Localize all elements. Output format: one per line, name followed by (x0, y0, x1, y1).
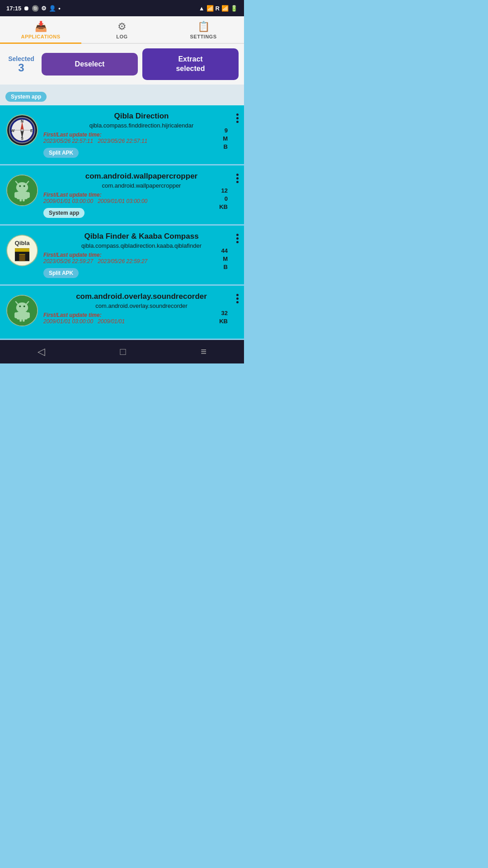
status-icon-4: 👤 (49, 5, 56, 12)
svg-rect-33 (17, 311, 28, 319)
status-time: 17:15 (6, 5, 21, 12)
app-update-label-4: First/Last update time: (43, 312, 239, 318)
app-size-2: 120KB (219, 187, 228, 212)
app-card-wallpaper-cropper: com.android.wallpapercropper com.android… (0, 165, 244, 226)
status-left: 17:15 ⏺ 🔘 ⚙ 👤 • (6, 5, 61, 12)
battery-icon: 🔋 (230, 5, 238, 12)
back-button[interactable]: ◁ (38, 346, 45, 358)
dot-7 (236, 234, 239, 236)
dot-12 (236, 301, 239, 303)
dot-3 (236, 121, 239, 123)
app-info-qibla-finder: Qibla Finder & Kaaba Compass qibla.compa… (43, 232, 239, 278)
dot-8 (236, 237, 239, 240)
app-info-soundrecorder: com.android.overlay.soundrecorder com.an… (43, 292, 239, 325)
svg-point-12 (19, 185, 21, 187)
dot-4 (236, 174, 239, 176)
menu-button[interactable]: ≡ (201, 346, 206, 358)
status-icon-3: ⚙ (41, 5, 47, 12)
svg-rect-18 (26, 192, 30, 198)
app-update-label-3: First/Last update time: (43, 252, 239, 258)
tab-settings[interactable]: 📋 SETTINGS (163, 16, 244, 43)
tab-applications[interactable]: 📥 APPLICATIONS (0, 16, 81, 43)
app-name-qibla-direction: Qibla Direction (43, 112, 239, 121)
app-package-qibla-direction: qibla.compass.finddirection.hijricalenda… (43, 122, 239, 129)
app-dates-1: 2023/05/26 22:57:11 2023/05/26 22:57:11 (43, 138, 239, 144)
app-name-soundrecorder: com.android.overlay.soundrecorder (43, 292, 239, 301)
badge-sys-2: System app (43, 208, 84, 218)
inbox-icon: 📥 (35, 21, 47, 33)
dot-10 (236, 294, 239, 296)
app-info-qibla-direction: Qibla Direction qibla.compass.finddirect… (43, 112, 239, 158)
app-size-1: 9MB (223, 127, 228, 151)
more-options-4[interactable] (235, 292, 240, 305)
tab-log[interactable]: ⚙ LOG (81, 16, 163, 43)
app-dates-4: 2009/01/01 03:00:00 2009/01/01 (43, 318, 239, 325)
status-icon-2: 🔘 (32, 5, 39, 12)
app-list: N S E W Qibla Direction qibla.compass.fi… (0, 105, 244, 340)
app-dates-3: 2023/05/26 22:59:27 2023/05/26 22:59:27 (43, 258, 239, 264)
deselect-button[interactable]: Deselect (42, 53, 138, 75)
system-app-badge: System app (5, 92, 47, 102)
app-package-qibla-finder: qibla.compass.qibladirection.kaaba.qibla… (43, 242, 239, 249)
app-icon-qibla-finder: Qibla (6, 235, 38, 266)
carrier-icon: R (216, 5, 220, 12)
svg-point-29 (19, 305, 21, 307)
home-button[interactable]: □ (120, 346, 126, 358)
app-name-wallpaper-cropper: com.android.wallpapercropper (43, 172, 239, 181)
more-options-3[interactable] (235, 232, 240, 245)
bottom-nav: ◁ □ ≡ (0, 340, 244, 363)
status-dot: • (58, 5, 61, 12)
svg-rect-37 (23, 318, 25, 322)
selected-count: 3 (18, 62, 24, 73)
dot-2 (236, 117, 239, 119)
tab-bar: 📥 APPLICATIONS ⚙ LOG 📋 SETTINGS (0, 16, 244, 44)
svg-rect-19 (19, 198, 22, 202)
selection-bar: Selected 3 Deselect Extractselected (0, 44, 244, 85)
tab-settings-label: SETTINGS (190, 34, 216, 39)
app-icon-qibla-direction: N S E W (6, 114, 38, 146)
app-name-qibla-finder: Qibla Finder & Kaaba Compass (43, 232, 239, 241)
svg-text:E: E (30, 128, 33, 132)
svg-text:W: W (11, 128, 14, 132)
app-info-wallpaper-cropper: com.android.wallpapercropper com.android… (43, 172, 239, 218)
extract-selected-button[interactable]: Extractselected (142, 48, 239, 80)
tab-log-label: LOG (116, 34, 127, 39)
svg-rect-35 (26, 312, 30, 318)
app-icon-soundrecorder (6, 295, 38, 326)
app-card-qibla-finder: Qibla Qibla Finder & Kaaba Compass qibla… (0, 226, 244, 286)
dot-6 (236, 181, 239, 183)
more-options-1[interactable] (235, 112, 240, 125)
gear-icon: ⚙ (117, 21, 127, 33)
svg-point-13 (23, 185, 25, 187)
app-card-soundrecorder: com.android.overlay.soundrecorder com.an… (0, 286, 244, 340)
app-icon-wallpaper-cropper (6, 175, 38, 206)
app-dates-2: 2009/01/01 03:00:00 2009/01/01 03:00:00 (43, 198, 239, 204)
signal-icon: 📶 (206, 5, 214, 12)
status-right: ▲ 📶 R 📶 🔋 (199, 5, 238, 12)
dot-1 (236, 113, 239, 116)
badge-split-1: Split APK (43, 148, 79, 158)
category-bar: System app (0, 85, 244, 105)
app-card-qibla-direction: N S E W Qibla Direction qibla.compass.fi… (0, 105, 244, 165)
selected-info: Selected 3 (5, 55, 37, 73)
svg-rect-36 (19, 318, 22, 322)
bars-icon: 📶 (221, 5, 229, 12)
svg-rect-34 (14, 312, 18, 318)
app-update-label-1: First/Last update time: (43, 132, 239, 138)
svg-rect-17 (14, 192, 18, 198)
app-size-3: 44MB (221, 247, 228, 272)
dot-5 (236, 177, 239, 179)
svg-rect-20 (23, 198, 25, 202)
svg-point-30 (23, 305, 25, 307)
badge-split-3: Split APK (43, 268, 79, 278)
more-options-2[interactable] (235, 172, 240, 185)
svg-rect-25 (19, 254, 25, 261)
status-bar: 17:15 ⏺ 🔘 ⚙ 👤 • ▲ 📶 R 📶 🔋 (0, 0, 244, 16)
svg-text:Qibla: Qibla (15, 239, 30, 246)
app-container: 📥 APPLICATIONS ⚙ LOG 📋 SETTINGS Selected… (0, 16, 244, 340)
dot-11 (236, 297, 239, 300)
dot-9 (236, 241, 239, 243)
app-package-wallpaper-cropper: com.android.wallpapercropper (43, 182, 239, 189)
app-package-soundrecorder: com.android.overlay.soundrecorder (43, 302, 239, 309)
svg-rect-24 (15, 248, 29, 252)
